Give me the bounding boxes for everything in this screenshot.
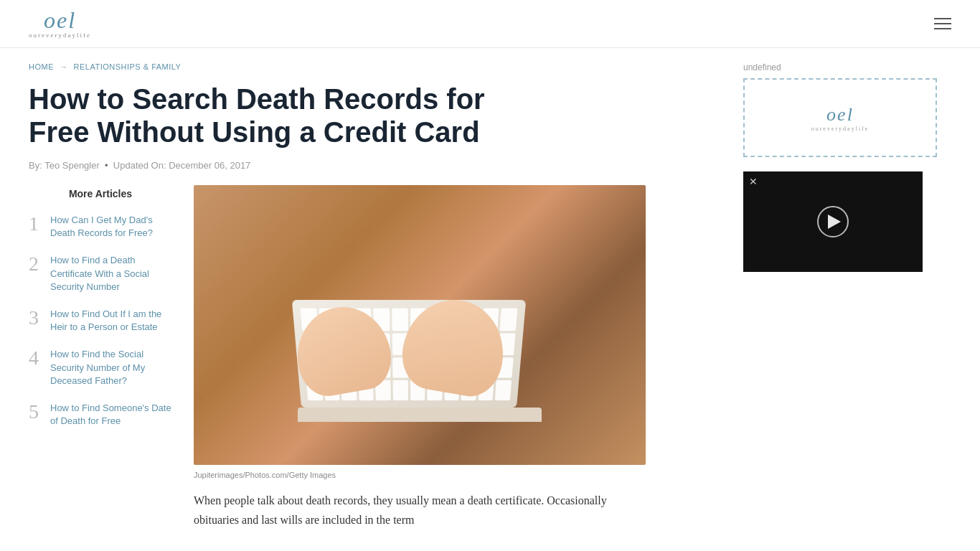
video-close-button[interactable]: ✕ xyxy=(749,176,758,187)
ad-logo-sub: oureverydaylife xyxy=(811,126,870,132)
hand-left xyxy=(290,300,397,401)
article-number-5: 5 xyxy=(29,402,43,422)
content-area: HOME → RELATIONSHIPS & FAMILY How to Sea… xyxy=(29,62,715,529)
laptop-base xyxy=(298,408,542,422)
article-number-2: 2 xyxy=(29,254,43,274)
article-number-3: 3 xyxy=(29,308,43,328)
image-caption: Jupiterimages/Photos.com/Getty Images xyxy=(194,471,715,479)
author-prefix: By: xyxy=(29,160,42,171)
right-sidebar: undefined oel oureverydaylife ✕ xyxy=(743,62,951,529)
logo-text: oel xyxy=(44,9,76,32)
article-title: How to Search Death Records for Free Wit… xyxy=(29,83,517,149)
site-header: oel oureverydaylife xyxy=(0,0,980,48)
updated-prefix: Updated On: xyxy=(113,160,166,171)
more-articles-title: More Articles xyxy=(29,188,172,199)
article-main: Jupiterimages/Photos.com/Getty Images Wh… xyxy=(194,185,715,529)
breadcrumb-home-link[interactable]: HOME xyxy=(29,62,54,71)
article-number-4: 4 xyxy=(29,348,43,368)
site-logo[interactable]: oel oureverydaylife xyxy=(29,9,91,39)
hand-right xyxy=(397,292,512,401)
hamburger-menu-button[interactable] xyxy=(934,18,951,29)
hamburger-line-1 xyxy=(934,18,951,19)
article-body: More Articles 1 How Can I Get My Dad's D… xyxy=(29,185,715,529)
article-link-1[interactable]: How Can I Get My Dad's Death Records for… xyxy=(50,214,172,240)
article-date: December 06, 2017 xyxy=(169,160,250,171)
author-name: Teo Spengler xyxy=(44,160,100,171)
article-link-2[interactable]: How to Find a Death Certificate With a S… xyxy=(50,254,172,293)
list-item: 1 How Can I Get My Dad's Death Records f… xyxy=(29,214,172,240)
list-item: 3 How to Find Out If I am the Heir to a … xyxy=(29,308,172,334)
undefined-label: undefined xyxy=(743,62,951,72)
ad-placeholder: oel oureverydaylife xyxy=(743,78,937,157)
article-body-text: When people talk about death records, th… xyxy=(194,491,646,529)
list-item: 4 How to Find the Social Security Number… xyxy=(29,348,172,387)
article-list: 1 How Can I Get My Dad's Death Records f… xyxy=(29,214,172,428)
article-image-container xyxy=(194,185,646,465)
article-link-3[interactable]: How to Find Out If I am the Heir to a Pe… xyxy=(50,308,172,334)
breadcrumb: HOME → RELATIONSHIPS & FAMILY xyxy=(29,62,715,71)
ad-logo: oel oureverydaylife xyxy=(811,104,870,132)
list-item: 2 How to Find a Death Certificate With a… xyxy=(29,254,172,293)
breadcrumb-separator: → xyxy=(60,62,68,71)
list-item: 5 How to Find Someone's Date of Death fo… xyxy=(29,402,172,428)
video-player[interactable]: ✕ xyxy=(743,171,923,272)
article-meta: By: Teo Spengler • Updated On: December … xyxy=(29,160,715,171)
page-container: HOME → RELATIONSHIPS & FAMILY How to Sea… xyxy=(0,48,980,544)
breadcrumb-category-link[interactable]: RELATIONSHIPS & FAMILY xyxy=(74,62,182,71)
logo-subtext: oureverydaylife xyxy=(29,32,91,39)
article-link-4[interactable]: How to Find the Social Security Number o… xyxy=(50,348,172,387)
more-articles-sidebar: More Articles 1 How Can I Get My Dad's D… xyxy=(29,185,172,529)
video-play-button[interactable] xyxy=(817,206,849,237)
article-link-5[interactable]: How to Find Someone's Date of Death for … xyxy=(50,402,172,428)
laptop-illustration xyxy=(194,185,646,465)
play-icon xyxy=(828,215,841,229)
hands-overlay xyxy=(282,278,512,393)
article-number-1: 1 xyxy=(29,214,43,234)
article-image xyxy=(194,185,646,465)
hamburger-line-3 xyxy=(934,28,951,29)
hamburger-line-2 xyxy=(934,23,951,24)
ad-logo-text: oel xyxy=(811,104,870,126)
